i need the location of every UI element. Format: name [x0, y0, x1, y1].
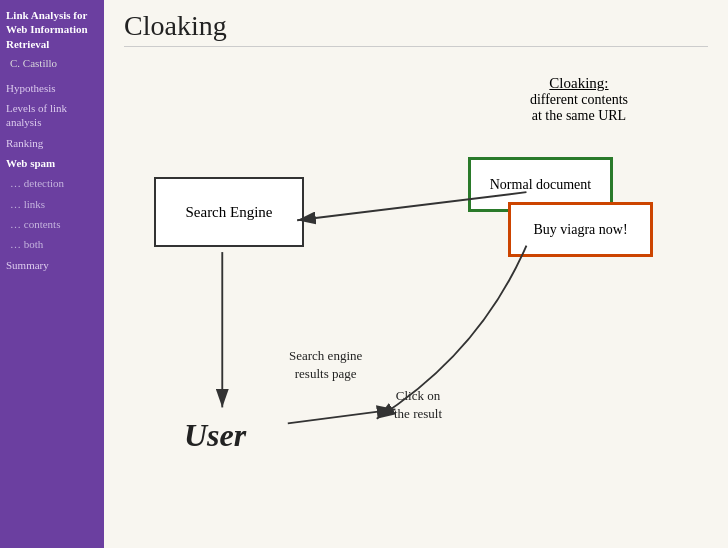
sidebar: Link Analysis for Web Information Retrie…: [0, 0, 104, 548]
sidebar-author: C. Castillo: [6, 57, 98, 69]
main-content: Cloaking Cloaking: different contents at…: [104, 0, 728, 548]
search-engine-label: Search Engine: [185, 204, 272, 221]
click-line1: Click on: [394, 387, 442, 405]
cloaking-line2: different contents: [530, 92, 628, 108]
sidebar-item-links[interactable]: … links: [6, 197, 98, 211]
sidebar-item-both[interactable]: … both: [6, 237, 98, 251]
sidebar-item-summary[interactable]: Summary: [6, 258, 98, 272]
sidebar-item-hypothesis[interactable]: Hypothesis: [6, 81, 98, 95]
sidebar-item-ranking[interactable]: Ranking: [6, 136, 98, 150]
click-label: Click on the result: [394, 387, 442, 423]
sidebar-item-detection[interactable]: … detection: [6, 176, 98, 190]
sidebar-title: Link Analysis for Web Information Retrie…: [6, 8, 98, 51]
arrows-diagram: [124, 57, 708, 537]
search-results-label: Search engine results page: [289, 347, 362, 383]
sidebar-item-levels[interactable]: Levels of link analysis: [6, 101, 98, 130]
sidebar-item-contents[interactable]: … contents: [6, 217, 98, 231]
click-line2: the result: [394, 405, 442, 423]
cloaking-description: Cloaking: different contents at the same…: [530, 75, 628, 124]
diagram: Cloaking: different contents at the same…: [124, 57, 708, 537]
sidebar-nav: Hypothesis Levels of link analysis Ranki…: [6, 81, 98, 272]
search-results-line2: results page: [289, 365, 362, 383]
svg-line-4: [288, 409, 396, 423]
cloaking-heading: Cloaking:: [530, 75, 628, 92]
search-results-line1: Search engine: [289, 347, 362, 365]
spam-document-box: Buy viagra now!: [508, 202, 653, 257]
spam-doc-label: Buy viagra now!: [533, 222, 627, 238]
search-engine-box: Search Engine: [154, 177, 304, 247]
sidebar-item-webspam[interactable]: Web spam: [6, 156, 98, 170]
cloaking-line3: at the same URL: [530, 108, 628, 124]
page-title: Cloaking: [124, 10, 708, 47]
user-label: User: [184, 417, 246, 454]
normal-doc-label: Normal document: [490, 177, 591, 193]
